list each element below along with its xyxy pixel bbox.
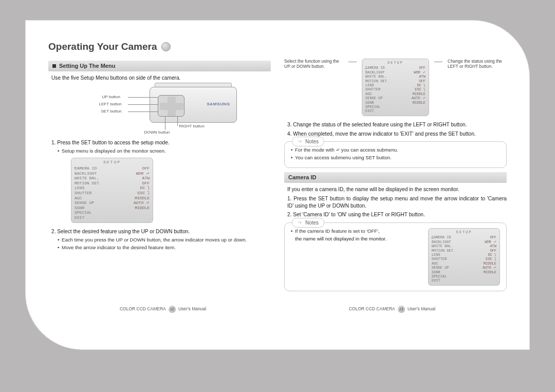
label-up-button: UP button bbox=[102, 95, 120, 100]
osd-screenshot-1: SETUP → CAMERA IDOFF BACKLIGHTWDR ⤶ WHIT… bbox=[71, 158, 153, 222]
arrow-indicator-icon: → bbox=[364, 66, 367, 72]
notes-tab: ☞ Notes bbox=[292, 137, 324, 146]
right-column: Select the function using the UP or DOWN… bbox=[284, 58, 507, 295]
page-number-right: 23 bbox=[398, 306, 405, 313]
notes-label: Notes bbox=[305, 138, 319, 145]
notes-box-2: ☞ Notes If the camera ID feature is set … bbox=[284, 222, 507, 291]
step-1: 1. Press the SET button to access the se… bbox=[51, 139, 271, 146]
note-2a: If the camera ID feature is set to 'OFF'… bbox=[291, 228, 421, 235]
callout-left: Select the function using the UP or DOWN… bbox=[284, 59, 343, 69]
label-left-button: LEFT button bbox=[99, 102, 122, 107]
hand-icon: ☞ bbox=[298, 219, 303, 227]
section-setting-up: Setting Up The Menu bbox=[48, 61, 271, 71]
globe-icon bbox=[161, 42, 171, 51]
left-column: Setting Up The Menu Use the five Setup M… bbox=[48, 58, 271, 295]
step-2-sub-1: Each time you press the UP or DOWN butto… bbox=[58, 237, 271, 244]
step-2: 2. Select the desired feature using the … bbox=[51, 228, 271, 235]
section-setup-label: Setting Up The Menu bbox=[59, 62, 115, 70]
hand-icon: ☞ bbox=[298, 138, 303, 145]
step-1-sub-1: Setup menu is displayed on the monitor s… bbox=[58, 148, 271, 155]
cid-intro: If you enter a camera ID, the name will … bbox=[287, 186, 507, 193]
step-4: 4. When completed, move the arrow indica… bbox=[287, 130, 507, 138]
page-title: Operating Your Camera bbox=[48, 41, 507, 52]
note-1b: You can access submenu using SET button. bbox=[291, 155, 500, 161]
notes-tab: ☞ Notes bbox=[292, 218, 324, 228]
footer-left: COLOR CCD CAMERA 22 User's Manual bbox=[120, 306, 206, 313]
footer: COLOR CCD CAMERA 22 User's Manual COLOR … bbox=[48, 306, 507, 313]
osd-setup-title: SETUP bbox=[75, 160, 150, 165]
callout-right: Change the status using the LEFT or RIGH… bbox=[448, 59, 507, 69]
step-3: 3. Change the status of the selected fea… bbox=[287, 121, 507, 128]
note-1a: For the mode with ⤶ you can access subme… bbox=[291, 147, 500, 154]
square-icon bbox=[52, 64, 56, 68]
arrow-indicator-icon: → bbox=[73, 165, 76, 171]
notes-box-1: ☞ Notes For the mode with ⤶ you can acce… bbox=[284, 141, 507, 168]
cid-step-2: 2. Set 'Camera ID' to 'ON' using the LEF… bbox=[287, 211, 507, 218]
osd-screenshot-3: SETUP → CAMERA IDOFF BACKLIGHTWDR ⤶ WHIT… bbox=[428, 228, 500, 286]
cid-step-1: 1. Press the SET button to display the s… bbox=[287, 195, 507, 210]
section-camera-id-label: Camera ID bbox=[288, 174, 316, 181]
direction-pad-icon bbox=[158, 95, 184, 117]
page-number-left: 22 bbox=[169, 306, 176, 313]
section-camera-id: Camera ID bbox=[284, 172, 507, 183]
step-2-sub-2: Move the arrow indicator to the desired … bbox=[58, 245, 271, 251]
intro-text: Use the five Setup Menu buttons on side … bbox=[51, 74, 271, 82]
arrow-indicator-icon: → bbox=[431, 236, 433, 241]
title-text: Operating Your Camera bbox=[48, 41, 157, 52]
label-down-button: DOWN button bbox=[144, 130, 170, 136]
footer-right: COLOR CCD CAMERA 23 User's Manual bbox=[349, 306, 435, 313]
manual-page-spread: Operating Your Camera Setting Up The Men… bbox=[26, 21, 529, 349]
label-right-button: RIGHT button bbox=[179, 124, 205, 129]
brand-label: SAMSUNG bbox=[207, 102, 230, 107]
camera-diagram: SAMSUNG UP button LEFT button SET button… bbox=[88, 85, 232, 134]
osd-screenshot-2: SETUP → CAMERA IDOFF BACKLIGHTWDR ⤶ WHIT… bbox=[362, 59, 429, 116]
notes-label: Notes bbox=[305, 219, 319, 227]
label-set-button: SET button bbox=[101, 109, 122, 115]
note-2b: the name will not displayed in the monit… bbox=[295, 236, 421, 242]
